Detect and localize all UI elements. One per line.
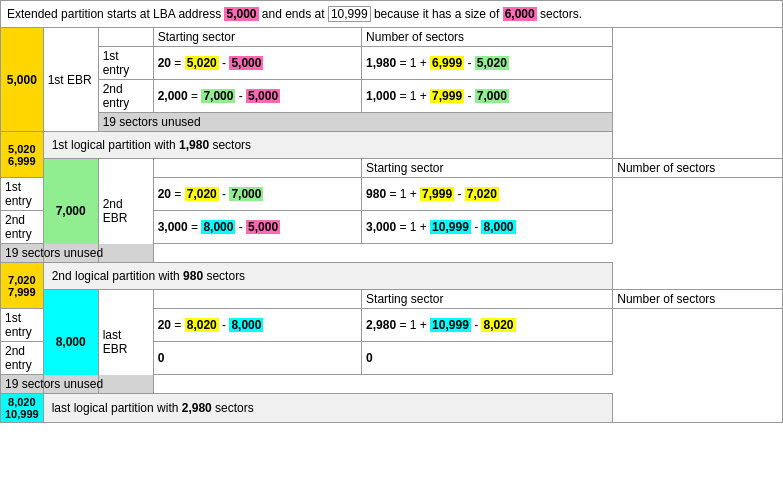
header-description: Extended partition starts at LBA address… bbox=[0, 0, 783, 27]
ebr1-entry2-label: 2nd entry bbox=[98, 80, 153, 113]
logical1-row: 5,0206,999 1st logical partition with 1,… bbox=[1, 132, 783, 159]
main-table: 5,000 1st EBR Starting sector Number of … bbox=[0, 27, 783, 423]
ebr2-unused: 19 sectors unused bbox=[1, 244, 154, 263]
ebr3-entry2-starting: 0 bbox=[153, 342, 361, 375]
ebr1-lba-cell: 5,000 bbox=[1, 28, 44, 132]
logical2-text: 2nd logical partition with 980 sectors bbox=[43, 263, 613, 290]
ebr1-entry2-number: 1,000 = 1 + 7,999 - 7,000 bbox=[362, 80, 613, 113]
ebr3-entry1-starting: 20 = 8,020 - 8,000 bbox=[153, 309, 361, 342]
ebr2-col-starting: Starting sector bbox=[362, 159, 613, 178]
col-header-empty bbox=[98, 28, 153, 47]
ebr2-col-number: Number of sectors bbox=[613, 159, 783, 178]
lba-start: 5,000 bbox=[224, 7, 258, 21]
ebr2-unused-row: 19 sectors unused bbox=[1, 244, 783, 263]
ebr2-colheader-row: 7,000 2nd EBR Starting sector Number of … bbox=[1, 159, 783, 178]
ebr3-colheader-row: 8,000 last EBR Starting sector Number of… bbox=[1, 290, 783, 309]
col-header-number: Number of sectors bbox=[362, 28, 613, 47]
ebr2-entry2-starting: 3,000 = 8,000 - 5,000 bbox=[153, 211, 361, 244]
logical1-lba-cell: 5,0206,999 bbox=[1, 132, 44, 178]
ebr2-entry1-starting: 20 = 7,020 - 7,000 bbox=[153, 178, 361, 211]
ebr3-col-empty bbox=[153, 290, 361, 309]
ebr3-col-starting: Starting sector bbox=[362, 290, 613, 309]
ebr1-lba-row: 5,000 1st EBR Starting sector Number of … bbox=[1, 28, 783, 47]
logical3-text: last logical partition with 2,980 sector… bbox=[43, 394, 613, 423]
ebr2-entry1-label: 1st entry bbox=[1, 178, 44, 211]
ebr1-entry2: 2nd entry 2,000 = 7,000 - 5,000 1,000 = … bbox=[1, 80, 783, 113]
ebr3-entry2-label: 2nd entry bbox=[1, 342, 44, 375]
ebr2-entry2-number: 3,000 = 1 + 10,999 - 8,000 bbox=[362, 211, 613, 244]
lba-size: 6,000 bbox=[503, 7, 537, 21]
ebr3-entry2-number: 0 bbox=[362, 342, 613, 375]
ebr2-entry2-label: 2nd entry bbox=[1, 211, 44, 244]
ebr3-entry1-label: 1st entry bbox=[1, 309, 44, 342]
ebr3-col-number: Number of sectors bbox=[613, 290, 783, 309]
ebr1-entry1-label: 1st entry bbox=[98, 47, 153, 80]
ebr1-label: 1st EBR bbox=[43, 28, 98, 132]
ebr3-unused-row: 19 sectors unused bbox=[1, 375, 783, 394]
ebr1-entry1: 1st entry 20 = 5,020 - 5,000 1,980 = 1 +… bbox=[1, 47, 783, 80]
logical1-text: 1st logical partition with 1,980 sectors bbox=[43, 132, 613, 159]
lba-end: 10,999 bbox=[328, 6, 371, 22]
ebr3-entry1-number: 2,980 = 1 + 10,999 - 8,020 bbox=[362, 309, 613, 342]
logical2-row: 7,0207,999 2nd logical partition with 98… bbox=[1, 263, 783, 290]
ebr1-unused-row: 19 sectors unused bbox=[1, 113, 783, 132]
ebr2-entry1-number: 980 = 1 + 7,999 - 7,020 bbox=[362, 178, 613, 211]
ebr1-entry1-number: 1,980 = 1 + 6,999 - 5,020 bbox=[362, 47, 613, 80]
ebr1-entry1-starting: 20 = 5,020 - 5,000 bbox=[153, 47, 361, 80]
ebr1-entry2-starting: 2,000 = 7,000 - 5,000 bbox=[153, 80, 361, 113]
ebr2-col-empty bbox=[153, 159, 361, 178]
ebr3-unused: 19 sectors unused bbox=[1, 375, 154, 394]
ebr1-unused: 19 sectors unused bbox=[98, 113, 613, 132]
logical3-lba-cell: 8,02010,999 bbox=[1, 394, 44, 423]
logical2-lba-cell: 7,0207,999 bbox=[1, 263, 44, 309]
col-header-starting: Starting sector bbox=[153, 28, 361, 47]
logical3-row: 8,02010,999 last logical partition with … bbox=[1, 394, 783, 423]
